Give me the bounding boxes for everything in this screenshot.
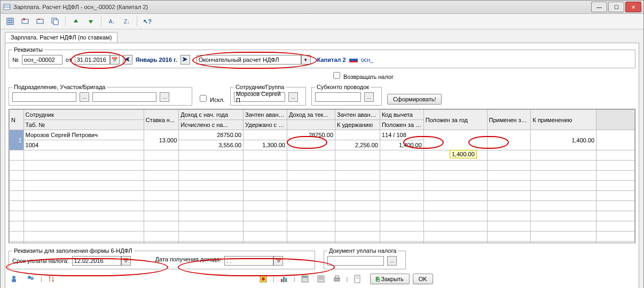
- return-tax-checkbox[interactable]: Возвращать налог: [331, 74, 394, 80]
- income-date-input[interactable]: . .: [224, 256, 273, 266]
- col-allowed-year2[interactable]: Положен за год: [380, 120, 423, 130]
- col-income-cur[interactable]: Доход за тек...: [287, 110, 335, 120]
- action1-icon[interactable]: [257, 273, 270, 285]
- cell-credited-adv2: [335, 130, 380, 140]
- tool-up-icon[interactable]: [69, 15, 82, 28]
- col-credited-adv2[interactable]: Зачтен аванс...: [335, 110, 380, 120]
- sort-icon[interactable]: [45, 273, 58, 285]
- cell-to-withhold: 2,256.00: [355, 142, 378, 148]
- cell-n: 1: [10, 130, 24, 150]
- excl-checkbox[interactable]: Искл.: [198, 93, 225, 103]
- employee-input[interactable]: Морозов Сергей П: [234, 92, 285, 102]
- subconto-fieldset: Субконто проводок …: [311, 84, 382, 106]
- cell-income-cur: 28750.00: [287, 130, 335, 140]
- calc2-icon[interactable]: [315, 273, 327, 285]
- subconto-legend: Субконто проводок: [315, 84, 371, 90]
- base-link[interactable]: осн_: [361, 57, 374, 63]
- svg-rect-30: [335, 276, 339, 278]
- col-income-year[interactable]: Доход с нач. года: [179, 110, 244, 120]
- svg-rect-14: [53, 20, 58, 25]
- tool-grid-icon[interactable]: [4, 15, 17, 28]
- toolbar: A↓ Z↓ ↖?: [1, 14, 643, 29]
- users-icon[interactable]: [9, 273, 21, 285]
- col-credited-adv[interactable]: Зачтен аванс...: [244, 110, 287, 120]
- requisites-legend: Реквизиты: [12, 46, 44, 53]
- period-next-button[interactable]: ⮞: [180, 55, 190, 65]
- minimize-button[interactable]: —: [591, 2, 607, 12]
- cell-rate: 13.000: [144, 130, 179, 150]
- tool-help-icon[interactable]: ↖?: [141, 15, 154, 28]
- brigade-input[interactable]: [92, 92, 156, 102]
- svg-rect-11: [37, 19, 43, 23]
- svg-point-18: [30, 277, 34, 280]
- due-date-input[interactable]: 12.02.2016: [72, 256, 121, 266]
- col-allowed-year[interactable]: Положен за год: [423, 110, 487, 130]
- col-applied-year[interactable]: Применен за год: [487, 110, 531, 130]
- flag-icon: [349, 57, 358, 62]
- date-input[interactable]: 31.01.2016: [75, 55, 110, 65]
- tool-down-icon[interactable]: [84, 15, 97, 28]
- window-title: Зарплата. Расчет НДФЛ - осн_-00002 (Капи…: [13, 4, 591, 10]
- cell-deduct-code: 114 / 108: [380, 130, 423, 140]
- employee-picker-icon[interactable]: …: [288, 92, 298, 102]
- doc-icon[interactable]: [351, 273, 364, 285]
- col-calc-year[interactable]: Исчислено с на...: [179, 120, 244, 130]
- num-input[interactable]: осн_-00002: [22, 55, 62, 65]
- form-button[interactable]: Сформировать!: [387, 94, 442, 105]
- print-icon[interactable]: [331, 273, 343, 285]
- col-to-withhold[interactable]: К удержанию: [335, 120, 380, 130]
- subconto-picker-icon[interactable]: …: [364, 92, 374, 102]
- titlebar: Зарплата. Расчет НДФЛ - осн_-00002 (Капи…: [1, 1, 643, 14]
- cell-employee: Морозов Сергей Петрович: [23, 130, 144, 140]
- form6-fieldset: Реквизиты для заполнения формы 6-НДФЛ Ср…: [9, 247, 315, 269]
- calc-type-select[interactable]: Окончательный расчет НДФЛ: [197, 55, 301, 65]
- paydoc-picker-icon[interactable]: …: [387, 256, 397, 266]
- from-label: от: [66, 57, 72, 63]
- col-rate[interactable]: Ставка н...: [144, 110, 179, 130]
- col-n[interactable]: N: [10, 110, 24, 130]
- col-withheld-year[interactable]: Удержано с нач...: [244, 120, 287, 130]
- maximize-button[interactable]: ☐: [608, 2, 624, 12]
- calc-type-dropdown-icon[interactable]: ▾: [301, 55, 311, 65]
- cell-calc-year: 3,556.00: [179, 140, 244, 150]
- income-date-label: Дата получения дохода:: [155, 256, 222, 266]
- close-bottom-button[interactable]: ⎘Закрыть: [370, 274, 409, 284]
- col-tabno[interactable]: Таб. №: [23, 120, 144, 130]
- dept-input[interactable]: [12, 92, 76, 102]
- close-button[interactable]: ✕: [625, 2, 641, 12]
- calc-icon[interactable]: [299, 273, 311, 285]
- col-to-apply[interactable]: К применению: [531, 110, 596, 130]
- svg-rect-22: [283, 277, 285, 282]
- subconto-input[interactable]: [315, 92, 361, 102]
- employee-fieldset: Сотрудник/Группа Морозов Сергей П …: [230, 84, 306, 106]
- svg-rect-21: [281, 279, 282, 282]
- col-employee[interactable]: Сотрудник: [23, 110, 144, 120]
- tool-sort-desc-icon[interactable]: Z↓: [120, 15, 133, 28]
- tool-del-row-icon[interactable]: [34, 15, 46, 28]
- cell-tabno: 1004: [23, 140, 144, 150]
- tool-add-row-icon[interactable]: [19, 15, 32, 28]
- tool-sort-asc-icon[interactable]: A↓: [105, 15, 118, 28]
- calendar-icon[interactable]: 📅: [110, 55, 120, 65]
- grid[interactable]: N Сотрудник Ставка н... Доход с нач. год…: [9, 109, 635, 243]
- tool-copy-icon[interactable]: [49, 15, 61, 28]
- paydoc-legend: Документ уплаты налога: [327, 247, 398, 254]
- paydoc-fieldset: Документ уплаты налога …: [324, 247, 406, 269]
- ok-button[interactable]: OK: [413, 274, 433, 284]
- period-prev-button[interactable]: ⮜: [123, 55, 132, 65]
- due-calendar-icon[interactable]: 📅: [121, 256, 131, 266]
- table-row[interactable]: 1 Морозов Сергей Петрович 13.000 28750.0…: [10, 130, 635, 140]
- svg-rect-0: [4, 4, 10, 10]
- cell-allowed-year: 1,400.00: [399, 142, 422, 148]
- org-link[interactable]: Капитал 2: [317, 57, 346, 63]
- cell-to-apply: 1,400.00: [531, 130, 596, 150]
- col-deduct-code[interactable]: Код вычета: [380, 110, 423, 120]
- dept-fieldset: Подразделение, Участок/Бригада … …: [9, 84, 192, 106]
- chart-icon[interactable]: [278, 273, 290, 285]
- income-calendar-icon[interactable]: 📅: [273, 256, 283, 266]
- users-copy-icon[interactable]: [25, 273, 37, 285]
- dept-picker-icon[interactable]: …: [80, 92, 89, 102]
- brigade-picker-icon[interactable]: …: [160, 92, 169, 102]
- paydoc-input[interactable]: [327, 256, 384, 266]
- tab-rates[interactable]: Зарплата. Расчет НДФЛ (по ставкам): [5, 32, 117, 42]
